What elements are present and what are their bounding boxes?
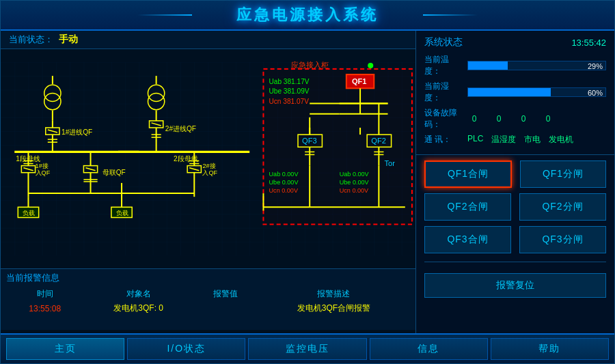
svg-text:QF3: QF3 (302, 137, 317, 145)
svg-text:QF1: QF1 (352, 77, 367, 85)
nav-info-button[interactable]: 信息 (370, 338, 488, 360)
header: 应急电源接入系统 (1, 1, 614, 31)
alarm-reset-button[interactable]: 报警复位 (424, 273, 606, 298)
qf3-open-button[interactable]: QF3分闸 (519, 226, 606, 253)
main-container: 应急电源接入系统 当前状态： 手动 (0, 0, 615, 364)
svg-point-61 (368, 63, 373, 68)
svg-text:Ube  381.09V: Ube 381.09V (269, 87, 310, 95)
svg-text:入QF: 入QF (202, 169, 217, 176)
qf3-close-button[interactable]: QF3合闸 (424, 226, 511, 253)
humidity-bar: 60% (467, 87, 606, 97)
temperature-label: 当前温度： (424, 54, 462, 77)
comm-generator: 发电机 (549, 134, 573, 145)
control-area: QF1合闸 QF1分闸 QF2合闸 QF2分闸 QF3合闸 QF3分闸 报警复位 (416, 155, 614, 333)
qf3-btn-row: QF3合闸 QF3分闸 (424, 226, 606, 253)
alert-col-desc: 报警描述 (258, 287, 410, 301)
qf1-open-button[interactable]: QF1分闸 (520, 160, 606, 188)
system-time: 13:55:42 (571, 38, 606, 48)
fault-val-0: 0 (467, 114, 481, 124)
qf1-close-button[interactable]: QF1合闸 (424, 160, 512, 188)
fault-val-2: 0 (517, 114, 530, 124)
humidity-row: 当前湿度： 60% (424, 81, 606, 104)
comm-items: PLC 温湿度 市电 发电机 (467, 134, 573, 145)
svg-text:2#进线QF: 2#进线QF (165, 125, 196, 132)
bottom-nav: 主页 I/O状态 监控电压 信息 帮助 (1, 333, 614, 363)
sys-status-title: 系统状态 (424, 36, 463, 48)
svg-text:Ucn  0.00V: Ucn 0.00V (269, 187, 299, 194)
qf2-open-button[interactable]: QF2分闸 (519, 193, 606, 221)
alert-col-value: 报警值 (193, 287, 258, 301)
alert-panel: 当前报警信息 时间 对象名 报警值 报警描述 13:55:08 发电机 (1, 268, 415, 330)
system-status: 系统状态 13:55:42 当前温度： 29% 当前湿度： 6 (416, 31, 614, 155)
svg-text:母联QF: 母联QF (102, 169, 126, 176)
svg-text:Ube  0.00V: Ube 0.00V (269, 179, 299, 186)
svg-text:Ucn  381.07V: Ucn 381.07V (269, 98, 310, 105)
nav-io-status-button[interactable]: I/O状态 (127, 338, 245, 360)
fault-val-1: 0 (492, 114, 506, 124)
comm-plc: PLC (467, 134, 483, 145)
right-panel: 系统状态 13:55:42 当前温度： 29% 当前湿度： 6 (416, 31, 614, 333)
qf1-btn-row: QF1合闸 QF1分闸 (424, 160, 606, 188)
fault-label: 设备故障码： (424, 107, 462, 130)
status-bar: 当前状态： 手动 (1, 31, 415, 49)
svg-text:入QF: 入QF (36, 169, 51, 176)
alert-table: 时间 对象名 报警值 报警描述 13:55:08 发电机3QF: 0 发电机3Q… (6, 287, 410, 316)
diagram-panel: 当前状态： 手动 (1, 31, 416, 333)
comm-label: 通 讯： (424, 134, 462, 145)
alert-time: 13:55:08 (6, 301, 83, 316)
humidity-value: 60% (588, 88, 603, 98)
temperature-bar: 29% (467, 61, 606, 70)
humidity-label: 当前湿度： (424, 81, 462, 104)
temperature-fill (468, 61, 508, 70)
svg-text:Ucn  0.00V: Ucn 0.00V (340, 187, 369, 194)
svg-text:Uab  0.00V: Uab 0.00V (269, 171, 299, 178)
alert-value (193, 301, 258, 316)
alert-col-time: 时间 (6, 287, 83, 301)
comm-row: 通 讯： PLC 温湿度 市电 发电机 (424, 134, 606, 145)
svg-text:1#进线QF: 1#进线QF (62, 128, 92, 136)
status-value: 手动 (59, 33, 78, 46)
temperature-value: 29% (588, 61, 603, 71)
alert-title: 当前报警信息 (6, 272, 410, 284)
svg-text:负载: 负载 (116, 210, 128, 216)
page-title: 应急电源接入系统 (236, 6, 379, 23)
svg-text:QF2: QF2 (371, 137, 386, 145)
svg-text:Uab  0.00V: Uab 0.00V (340, 171, 370, 178)
svg-text:2#接: 2#接 (202, 163, 215, 169)
circuit-diagram: 1#进线QF 1段母线 (1, 49, 415, 268)
temperature-row: 当前温度： 29% (424, 54, 606, 77)
content-area: 当前状态： 手动 (1, 31, 614, 333)
svg-text:1#接: 1#接 (36, 163, 49, 169)
fault-values: 0 0 0 0 (467, 114, 555, 124)
qf2-close-button[interactable]: QF2合闸 (424, 193, 511, 221)
status-label: 当前状态： (9, 33, 53, 46)
svg-text:Tor: Tor (384, 159, 395, 167)
alert-desc: 发电机3QF合闸报警 (258, 301, 410, 316)
svg-text:负载: 负载 (23, 210, 35, 216)
nav-monitor-voltage-button[interactable]: 监控电压 (248, 338, 366, 360)
qf2-btn-row: QF2合闸 QF2分闸 (424, 193, 606, 221)
svg-text:Uab  381.17V: Uab 381.17V (269, 78, 310, 85)
diagram-area: 1#进线QF 1段母线 (1, 49, 415, 268)
alert-row: 13:55:08 发电机3QF: 0 发电机3QF合闸报警 (6, 301, 410, 316)
fault-row: 设备故障码： 0 0 0 0 (424, 107, 606, 130)
nav-help-button[interactable]: 帮助 (491, 338, 609, 360)
alert-object: 发电机3QF: 0 (83, 301, 193, 316)
fault-val-3: 0 (541, 114, 555, 124)
nav-home-button[interactable]: 主页 (6, 338, 124, 360)
comm-mains: 市电 (524, 134, 541, 145)
alert-col-object: 对象名 (83, 287, 193, 301)
svg-text:Ube  0.00V: Ube 0.00V (340, 179, 370, 186)
humidity-fill (468, 88, 551, 96)
comm-humidity: 温湿度 (491, 134, 516, 145)
sys-status-header: 系统状态 13:55:42 (424, 36, 606, 48)
svg-text:应急接入柜: 应急接入柜 (291, 61, 329, 69)
divider (424, 262, 606, 262)
